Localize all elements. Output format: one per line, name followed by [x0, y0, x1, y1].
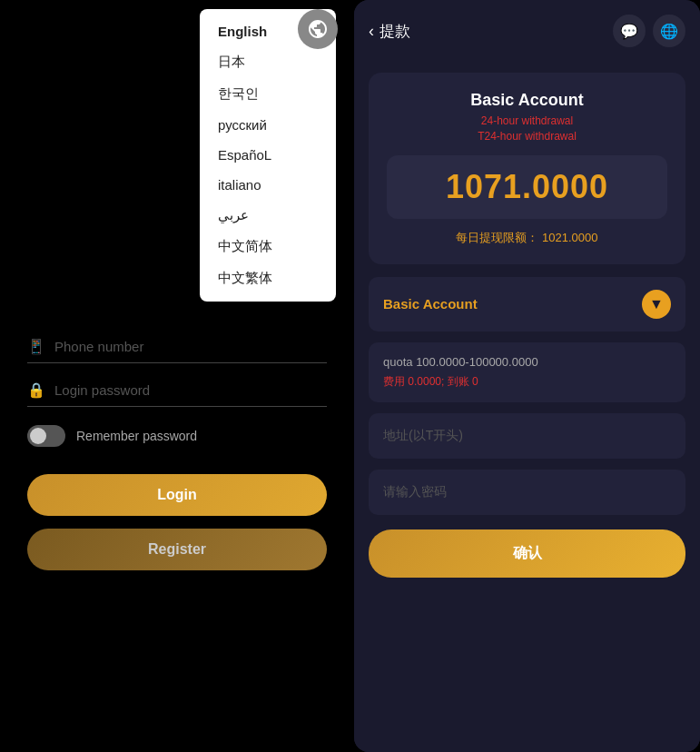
daily-limit-value: 1021.0000 — [542, 231, 597, 244]
subtitle-line2: T24-hour withdrawal — [387, 129, 667, 144]
balance-amount: 1071.0000 — [405, 168, 649, 206]
toggle-knob — [30, 428, 46, 444]
address-field[interactable]: 地址(以T开头) — [369, 413, 685, 459]
lang-item-japanese[interactable]: 日本 — [200, 46, 336, 78]
dropdown-arrow-icon: ▼ — [642, 290, 671, 319]
header-icons: 💬 🌐 — [613, 15, 685, 47]
account-selector-label: Basic Account — [383, 296, 478, 312]
remember-toggle[interactable] — [27, 425, 65, 447]
lang-item-chinese-simplified[interactable]: 中文简体 — [200, 231, 336, 262]
lock-icon: 🔒 — [27, 381, 45, 399]
phone-input-row: 📱 — [27, 338, 327, 363]
address-placeholder: 地址(以T开头) — [383, 428, 463, 442]
quota-text: quota 100.0000-100000.0000 — [383, 355, 671, 369]
subtitle-line1: 24-hour withdrawal — [387, 114, 667, 129]
chat-icon: 💬 — [620, 23, 638, 40]
lang-item-italian[interactable]: italiano — [200, 170, 336, 200]
account-card: Basic Account 24-hour withdrawal T24-hou… — [369, 73, 685, 264]
lang-item-spanish[interactable]: EspañoL — [200, 140, 336, 170]
daily-limit-label: 每日提现限额： — [456, 231, 538, 244]
language-dropdown: English 日本 한국인 русский EspañoL italiano … — [200, 9, 336, 302]
balance-display: 1071.0000 — [387, 155, 667, 219]
globe-icon — [307, 18, 329, 40]
login-form: 📱 🔒 Remember password Login Register — [27, 338, 327, 570]
left-panel: English 日本 한국인 русский EspañoL italiano … — [0, 0, 354, 752]
globe-icon: 🌐 — [660, 23, 678, 40]
remember-row: Remember password — [27, 425, 327, 447]
account-subtitle: 24-hour withdrawal T24-hour withdrawal — [387, 114, 667, 144]
password-placeholder: 请输入密码 — [383, 484, 447, 499]
globe-icon-button[interactable]: 🌐 — [653, 15, 685, 47]
right-panel: ‹ 提款 💬 🌐 Basic Account 24-hour withdrawa… — [354, 0, 700, 752]
lang-item-arabic[interactable]: عربي — [200, 200, 336, 231]
right-content: Basic Account 24-hour withdrawal T24-hou… — [354, 62, 700, 752]
password-input[interactable] — [54, 382, 327, 398]
confirm-button[interactable]: 确认 — [369, 529, 685, 578]
chat-icon-button[interactable]: 💬 — [613, 15, 646, 47]
phone-icon: 📱 — [27, 338, 45, 355]
register-button[interactable]: Register — [27, 529, 327, 570]
password-input-row: 🔒 — [27, 381, 327, 407]
right-header: ‹ 提款 💬 🌐 — [354, 0, 700, 62]
account-title: Basic Account — [387, 91, 667, 110]
phone-input[interactable] — [54, 339, 327, 354]
login-button[interactable]: Login — [27, 474, 327, 516]
back-arrow-icon: ‹ — [369, 22, 374, 41]
lang-item-russian[interactable]: русский — [200, 110, 336, 140]
fee-text: 费用 0.0000; 到账 0 — [383, 374, 671, 390]
account-selector[interactable]: Basic Account ▼ — [369, 277, 685, 331]
remember-label: Remember password — [76, 429, 197, 443]
page-title: 提款 — [380, 21, 410, 42]
lang-item-chinese-traditional[interactable]: 中文繁体 — [200, 262, 336, 294]
globe-button[interactable] — [298, 9, 338, 49]
info-section: quota 100.0000-100000.0000 费用 0.0000; 到账… — [369, 342, 685, 402]
withdrawal-password-field[interactable]: 请输入密码 — [369, 470, 685, 515]
back-button[interactable]: ‹ 提款 — [369, 21, 410, 42]
daily-limit: 每日提现限额： 1021.0000 — [387, 230, 667, 246]
lang-item-korean[interactable]: 한국인 — [200, 78, 336, 110]
